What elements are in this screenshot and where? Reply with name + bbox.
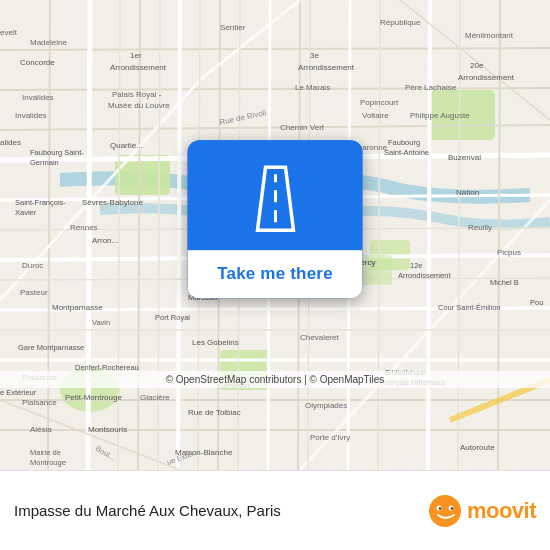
- svg-text:Saint-Antoine: Saint-Antoine: [384, 148, 429, 157]
- svg-text:Faubourg Saint-: Faubourg Saint-: [30, 148, 84, 157]
- svg-text:Buzenval: Buzenval: [448, 153, 481, 162]
- svg-text:Xavier: Xavier: [15, 208, 37, 217]
- svg-text:Mairie de: Mairie de: [30, 448, 61, 457]
- svg-text:20e: 20e: [470, 61, 484, 70]
- svg-line-17: [178, 0, 180, 470]
- svg-text:Voltaire: Voltaire: [362, 111, 389, 120]
- svg-text:Michel B: Michel B: [490, 278, 519, 287]
- svg-text:Invalides: Invalides: [15, 111, 47, 120]
- svg-text:e Extérieur: e Extérieur: [0, 388, 37, 397]
- moovit-logo: moovit: [427, 493, 536, 529]
- svg-text:Arrondissement: Arrondissement: [458, 73, 515, 82]
- svg-text:Les Gobelins: Les Gobelins: [192, 338, 239, 347]
- svg-text:evelt: evelt: [0, 28, 18, 37]
- svg-text:Madeleine: Madeleine: [30, 38, 67, 47]
- svg-text:3e: 3e: [310, 51, 319, 60]
- place-name: Impasse du Marché Aux Chevaux, Paris: [14, 501, 281, 521]
- svg-text:Duroc: Duroc: [22, 261, 43, 270]
- road-icon: [235, 162, 315, 232]
- svg-text:Porte d'Ivry: Porte d'Ivry: [310, 433, 350, 442]
- nav-card-icon-area: [188, 140, 363, 250]
- svg-text:Arron...: Arron...: [92, 236, 118, 245]
- svg-text:1er: 1er: [130, 51, 142, 60]
- bottom-bar: Impasse du Marché Aux Chevaux, Paris moo…: [0, 470, 550, 550]
- svg-text:Rennes: Rennes: [70, 223, 98, 232]
- svg-text:Quartie...: Quartie...: [110, 141, 143, 150]
- svg-text:Père Lachaise: Père Lachaise: [405, 83, 457, 92]
- svg-text:Petit-Montrouge: Petit-Montrouge: [65, 393, 122, 402]
- svg-text:Le Marais: Le Marais: [295, 83, 330, 92]
- svg-point-129: [451, 507, 453, 509]
- svg-text:Chevaleret: Chevaleret: [300, 333, 339, 342]
- svg-text:Port Royal: Port Royal: [155, 313, 190, 322]
- svg-text:Vavin: Vavin: [92, 318, 110, 327]
- svg-text:Sèvres-Babylone: Sèvres-Babylone: [82, 198, 143, 207]
- svg-text:Arrondissement: Arrondissement: [110, 63, 167, 72]
- svg-text:Picpus: Picpus: [497, 248, 521, 257]
- svg-text:Glacière: Glacière: [140, 393, 170, 402]
- svg-text:Invalides: Invalides: [22, 93, 54, 102]
- svg-text:Concorde: Concorde: [20, 58, 55, 67]
- svg-text:12e: 12e: [410, 261, 423, 270]
- svg-text:Rue de Tolbiac: Rue de Tolbiac: [188, 408, 241, 417]
- svg-text:Germain: Germain: [30, 158, 59, 167]
- svg-text:Arrondissement: Arrondissement: [298, 63, 355, 72]
- svg-text:Chemin Vert: Chemin Vert: [280, 123, 325, 132]
- svg-text:Musée du Louvre: Musée du Louvre: [108, 101, 170, 110]
- svg-text:Reuilly: Reuilly: [468, 223, 492, 232]
- svg-text:Montparnasse: Montparnasse: [52, 303, 103, 312]
- svg-text:Saint-François-: Saint-François-: [15, 198, 66, 207]
- moovit-brand-text: moovit: [467, 498, 536, 524]
- nav-card: Take me there: [188, 140, 363, 298]
- svg-line-20: [428, 0, 430, 470]
- svg-text:République: République: [380, 18, 421, 27]
- svg-text:Popincourt: Popincourt: [360, 98, 399, 107]
- svg-text:Philippe Auguste: Philippe Auguste: [410, 111, 470, 120]
- svg-text:Sentier: Sentier: [220, 23, 246, 32]
- svg-text:Ménilmontant: Ménilmontant: [465, 31, 514, 40]
- svg-text:Olympiades: Olympiades: [305, 401, 347, 410]
- svg-text:Pasteur: Pasteur: [20, 288, 48, 297]
- svg-text:Alésia: Alésia: [30, 425, 52, 434]
- svg-point-128: [439, 507, 441, 509]
- svg-text:alides: alides: [0, 138, 21, 147]
- svg-point-125: [429, 495, 461, 527]
- map-attribution: © OpenStreetMap contributors | © OpenMap…: [0, 371, 550, 388]
- svg-text:Plaisance: Plaisance: [22, 398, 57, 407]
- svg-text:Montrouge: Montrouge: [30, 458, 66, 467]
- svg-text:Palais Royal -: Palais Royal -: [112, 90, 162, 99]
- take-me-there-button[interactable]: Take me there: [188, 250, 363, 298]
- map-container: Madeleine Sentier République Ménilmontan…: [0, 0, 550, 470]
- svg-text:Autoroute: Autoroute: [460, 443, 495, 452]
- svg-text:Montsouris: Montsouris: [88, 425, 127, 434]
- svg-text:Cour Saint-Émilion: Cour Saint-Émilion: [438, 303, 501, 312]
- moovit-brand-icon: [427, 493, 463, 529]
- svg-text:Arrondissement: Arrondissement: [398, 271, 451, 280]
- svg-text:Faubourg: Faubourg: [388, 138, 420, 147]
- svg-text:Gare Montparnasse: Gare Montparnasse: [18, 343, 84, 352]
- svg-text:Nation: Nation: [456, 188, 479, 197]
- svg-text:Pou: Pou: [530, 298, 543, 307]
